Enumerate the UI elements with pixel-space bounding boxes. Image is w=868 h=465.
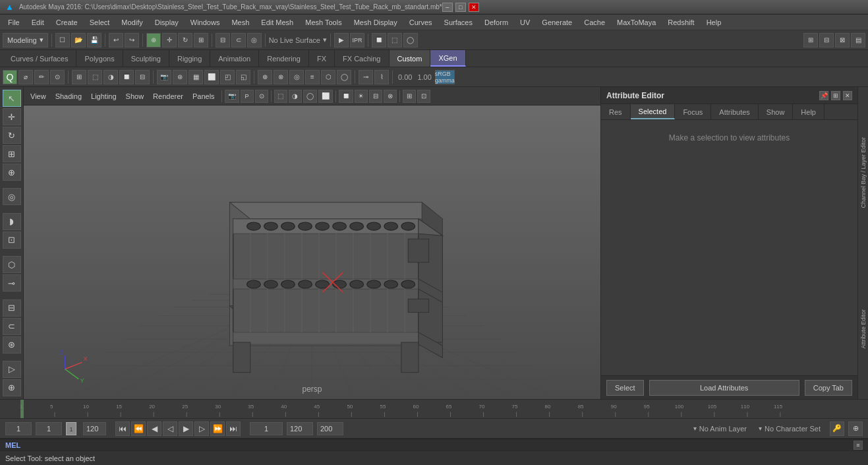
menu-deform[interactable]: Deform bbox=[479, 17, 513, 28]
tab-animation[interactable]: Animation bbox=[210, 50, 259, 67]
range-max-input[interactable] bbox=[317, 422, 343, 435]
attr-tab-focus[interactable]: Focus bbox=[675, 104, 711, 119]
snap-curve-button[interactable]: ⊂ bbox=[231, 33, 246, 47]
tool-wireframe[interactable]: ⬚ bbox=[88, 70, 102, 84]
snap-to-grid-button[interactable]: ⊟ bbox=[3, 299, 21, 317]
next-frame-button[interactable]: ▷ bbox=[194, 421, 209, 436]
soft-select-button[interactable]: ◗ bbox=[3, 213, 21, 230]
tool-isolate[interactable]: ⊛ bbox=[173, 70, 187, 84]
ipr-button[interactable]: IPR bbox=[350, 33, 364, 47]
move-button[interactable]: ✛ bbox=[162, 33, 177, 47]
attr-tab-selected[interactable]: Selected bbox=[631, 104, 676, 119]
attr-load-button[interactable]: Load Attributes bbox=[649, 380, 799, 396]
attr-copy-tab-button[interactable]: Copy Tab bbox=[805, 380, 852, 396]
frame-current-field[interactable]: 1 bbox=[36, 422, 62, 435]
menu-mesh-tools[interactable]: Mesh Tools bbox=[300, 17, 347, 28]
vp-menu-show[interactable]: Show bbox=[122, 92, 148, 100]
tool-r3[interactable]: ◱ bbox=[236, 70, 250, 84]
save-button[interactable]: 💾 bbox=[87, 33, 101, 47]
extra-button[interactable]: ⊕ bbox=[848, 421, 863, 436]
tab-polygons[interactable]: Polygons bbox=[76, 50, 123, 67]
tab-xgen[interactable]: XGen bbox=[430, 50, 465, 67]
frame-end-input[interactable] bbox=[83, 422, 106, 435]
minimize-button[interactable]: – bbox=[442, 3, 453, 12]
move-tool-button[interactable]: ✛ bbox=[3, 108, 21, 125]
attr-close-button[interactable]: ✕ bbox=[843, 91, 852, 100]
select-tool-button[interactable]: ↖ bbox=[3, 90, 21, 107]
prev-frame-button[interactable]: ◀ bbox=[147, 421, 161, 436]
tool-extra1[interactable]: ⊕ bbox=[3, 379, 21, 396]
menu-edit[interactable]: Edit bbox=[26, 17, 49, 28]
undo-button[interactable]: ↩ bbox=[109, 33, 123, 47]
tool-light[interactable]: ⊟ bbox=[135, 70, 150, 84]
menu-redshift[interactable]: Redshift bbox=[662, 17, 699, 28]
tab-fx[interactable]: FX bbox=[309, 50, 335, 67]
range-end-input[interactable] bbox=[287, 422, 313, 435]
mel-input[interactable] bbox=[26, 441, 848, 450]
maximize-button[interactable]: □ bbox=[455, 3, 466, 12]
vp-menu-renderer[interactable]: Renderer bbox=[149, 92, 187, 100]
menu-create[interactable]: Create bbox=[51, 17, 83, 28]
vp-texture-btn[interactable]: 🔲 bbox=[339, 90, 353, 103]
play-forward-button[interactable]: ▶ bbox=[179, 421, 193, 436]
layout-button-4[interactable]: ▤ bbox=[851, 33, 865, 47]
scale-button[interactable]: ⊞ bbox=[194, 33, 208, 47]
viewport[interactable]: X Y Z persp bbox=[24, 106, 600, 399]
layout-button-2[interactable]: ⊟ bbox=[819, 33, 834, 47]
select-mode-button[interactable]: ⊕ bbox=[146, 33, 161, 47]
rotate-tool-button[interactable]: ↻ bbox=[3, 127, 21, 144]
menu-select[interactable]: Select bbox=[84, 17, 115, 28]
menu-maxtomaya[interactable]: MaxToMaya bbox=[612, 17, 661, 28]
attr-tab-show[interactable]: Show bbox=[759, 104, 794, 119]
open-file-button[interactable]: 📂 bbox=[71, 33, 86, 47]
display-layer-button[interactable]: 🔲 bbox=[372, 33, 386, 47]
vp-grid-btn[interactable]: ⊞ bbox=[403, 90, 416, 103]
render-button[interactable]: ▶ bbox=[334, 33, 349, 47]
menu-mesh[interactable]: Mesh bbox=[226, 17, 254, 28]
tab-curves-surfaces[interactable]: Curves / Surfaces bbox=[3, 50, 76, 67]
tool-gate[interactable]: ⬜ bbox=[204, 70, 219, 84]
tool-cam[interactable]: 📷 bbox=[157, 70, 171, 84]
menu-modify[interactable]: Modify bbox=[116, 17, 148, 28]
tool-x-ray[interactable]: ⬡ bbox=[321, 70, 335, 84]
tool-paint[interactable]: ✏ bbox=[34, 70, 49, 84]
autokey-button[interactable]: 🔑 bbox=[830, 421, 844, 436]
vp-smooth-wire-btn[interactable]: ◑ bbox=[289, 90, 302, 103]
attr-expand-button[interactable]: ⊞ bbox=[831, 91, 840, 100]
xray-tool-button[interactable]: ⬡ bbox=[3, 256, 21, 273]
go-to-start-button[interactable]: ⏮ bbox=[115, 421, 130, 436]
menu-mesh-display[interactable]: Mesh Display bbox=[349, 17, 403, 28]
snap-to-curve-button[interactable]: ⊂ bbox=[3, 318, 21, 335]
tab-fx-caching[interactable]: FX Caching bbox=[335, 50, 389, 67]
menu-surfaces[interactable]: Surfaces bbox=[439, 17, 478, 28]
vp-menu-view[interactable]: View bbox=[26, 92, 50, 100]
current-frame-display[interactable]: 1 bbox=[250, 422, 283, 435]
attr-pin-button[interactable]: 📌 bbox=[819, 91, 828, 100]
vp-hud-btn[interactable]: ⊡ bbox=[417, 90, 430, 103]
go-to-end-button[interactable]: ⏭ bbox=[226, 421, 241, 436]
vp-ao-btn[interactable]: ⊗ bbox=[384, 90, 397, 103]
tool-sym[interactable]: ≡ bbox=[305, 70, 320, 84]
vp-menu-panels[interactable]: Panels bbox=[188, 92, 219, 100]
menu-file[interactable]: File bbox=[3, 17, 25, 28]
vp-shadow-btn[interactable]: ⊟ bbox=[369, 90, 382, 103]
wireframe-button[interactable]: ⬚ bbox=[388, 33, 402, 47]
menu-cache[interactable]: Cache bbox=[579, 17, 610, 28]
snap-point-button[interactable]: ◎ bbox=[247, 33, 262, 47]
tool-brush[interactable]: ⊙ bbox=[50, 70, 65, 84]
vp-menu-shading[interactable]: Shading bbox=[51, 92, 86, 100]
tool-select[interactable]: Q bbox=[3, 70, 17, 84]
smooth-button[interactable]: ◯ bbox=[403, 33, 418, 47]
new-file-button[interactable]: ☐ bbox=[55, 33, 70, 47]
vp-light-btn[interactable]: ☀ bbox=[355, 90, 368, 103]
vp-smooth-btn[interactable]: ◯ bbox=[303, 90, 317, 103]
tool-grid[interactable]: ⊞ bbox=[72, 70, 86, 84]
menu-edit-mesh[interactable]: Edit Mesh bbox=[256, 17, 299, 28]
paint-weights-button[interactable]: ⊡ bbox=[3, 232, 21, 249]
tool-xray2[interactable]: ◯ bbox=[337, 70, 351, 84]
layout-button-3[interactable]: ⊠ bbox=[835, 33, 850, 47]
tool-manip[interactable]: ⊗ bbox=[274, 70, 288, 84]
close-button[interactable]: ✕ bbox=[469, 3, 479, 12]
frame-slider-thumb[interactable]: 1 bbox=[66, 422, 76, 435]
tool-pivot[interactable]: ⊕ bbox=[258, 70, 272, 84]
